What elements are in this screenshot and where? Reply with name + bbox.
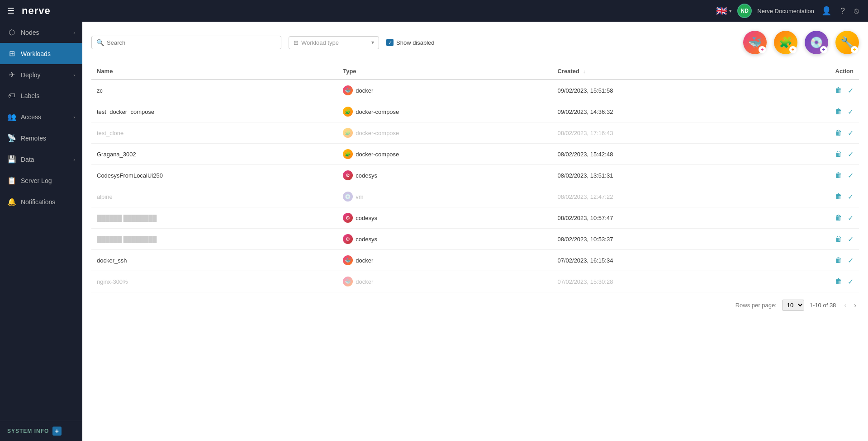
- next-page-button[interactable]: ›: [851, 300, 859, 310]
- language-selector[interactable]: 🇬🇧 ▾: [716, 5, 732, 16]
- sidebar-bottom: SYSTEM INFO +: [0, 421, 82, 441]
- cell-type: ⚙codesys: [337, 165, 552, 186]
- cell-action: 🗑 ✓: [765, 186, 859, 207]
- sidebar-item-labels[interactable]: 🏷 Labels: [0, 85, 82, 106]
- cell-type: ⚙codesys: [337, 207, 552, 229]
- cell-name: ██████ ████████: [91, 229, 337, 250]
- cell-name: ██████ ████████: [91, 207, 337, 229]
- system-info-plus-icon: +: [52, 427, 62, 436]
- deploy-button[interactable]: ✓: [848, 256, 854, 265]
- col-created[interactable]: Created ↓: [552, 63, 764, 80]
- logo-text: nerve: [22, 5, 51, 17]
- delete-button[interactable]: 🗑: [835, 192, 842, 201]
- sidebar-item-remotes[interactable]: 📡 Remotes: [0, 127, 82, 149]
- plus-badge: +: [789, 46, 797, 53]
- deploy-button[interactable]: ✓: [848, 214, 854, 222]
- remotes-icon: 📡: [7, 134, 16, 142]
- sidebar-item-workloads[interactable]: ⊞ Workloads: [0, 43, 82, 64]
- prev-page-button[interactable]: ‹: [841, 300, 849, 310]
- deploy-button[interactable]: ✓: [848, 108, 854, 116]
- cell-created: 07/02/2023, 15:30:28: [552, 271, 764, 292]
- sidebar-item-data[interactable]: 💾 Data ›: [0, 149, 82, 170]
- table-row: alpine💿vm08/02/2023, 12:47:22 🗑 ✓: [91, 186, 859, 207]
- cell-type: 🧩docker-compose: [337, 144, 552, 165]
- nodes-icon: ⬡: [7, 28, 16, 37]
- delete-button[interactable]: 🗑: [835, 86, 842, 94]
- rows-per-page-select[interactable]: 10 5 25 50: [782, 300, 804, 311]
- sidebar-item-nodes[interactable]: ⬡ Nodes ›: [0, 22, 82, 43]
- add-vm-button[interactable]: 💿 +: [805, 31, 828, 54]
- logout-icon[interactable]: ⎋: [852, 5, 861, 18]
- filter-icon: ⊞: [294, 39, 299, 46]
- chevron-down-icon: ▾: [371, 39, 374, 46]
- deploy-button[interactable]: ✓: [848, 150, 854, 159]
- deploy-button[interactable]: ✓: [848, 129, 854, 137]
- sidebar: ⬡ Nodes › ⊞ Workloads ✈ Deploy › 🏷 Label…: [0, 22, 82, 441]
- cell-action: 🗑 ✓: [765, 144, 859, 165]
- show-disabled-toggle[interactable]: ✓ Show disabled: [386, 39, 435, 46]
- cell-action: 🗑 ✓: [765, 165, 859, 186]
- sidebar-item-label: Access: [21, 113, 41, 121]
- search-box[interactable]: 🔍: [91, 36, 281, 49]
- workload-type-filter[interactable]: ⊞ Workload type ▾: [289, 36, 379, 49]
- system-info-button[interactable]: SYSTEM INFO +: [7, 427, 75, 436]
- col-name: Name: [91, 63, 337, 80]
- cell-name: CodesysFromLocalUi250: [91, 165, 337, 186]
- sidebar-item-notifications[interactable]: 🔔 Notifications: [0, 191, 82, 212]
- type-dot-icon: 🐳: [343, 277, 353, 286]
- add-compose-button[interactable]: 🧩 +: [774, 31, 797, 54]
- cell-action: 🗑 ✓: [765, 122, 859, 144]
- cell-created: 08/02/2023, 15:42:48: [552, 144, 764, 165]
- delete-button[interactable]: 🗑: [835, 277, 842, 286]
- show-disabled-checkbox[interactable]: ✓: [386, 39, 394, 46]
- delete-button[interactable]: 🗑: [835, 150, 842, 158]
- sidebar-item-access[interactable]: 👥 Access ›: [0, 106, 82, 127]
- table-row: Gragana_3002🧩docker-compose08/02/2023, 1…: [91, 144, 859, 165]
- hamburger-icon[interactable]: ☰: [7, 6, 14, 16]
- cell-type: 💿vm: [337, 186, 552, 207]
- username-label: Nerve Documentation: [757, 8, 814, 14]
- sidebar-item-deploy[interactable]: ✈ Deploy ›: [0, 64, 82, 85]
- search-icon: 🔍: [96, 39, 104, 46]
- deploy-button[interactable]: ✓: [848, 277, 854, 286]
- cell-created: 08/02/2023, 10:53:37: [552, 229, 764, 250]
- pagination-range: 1-10 of 38: [810, 302, 836, 309]
- deploy-button[interactable]: ✓: [848, 192, 854, 201]
- search-input[interactable]: [107, 39, 276, 46]
- rows-per-page-label: Rows per page:: [735, 302, 777, 309]
- avatar: ND: [737, 4, 752, 18]
- col-type: Type: [337, 63, 552, 80]
- chevron-right-icon: ›: [73, 114, 75, 120]
- add-docker-button[interactable]: 🐳 +: [743, 31, 767, 54]
- sidebar-item-label: Data: [21, 156, 34, 163]
- type-dot-icon: 🧩: [343, 149, 353, 159]
- cell-type: 🐳docker: [337, 250, 552, 271]
- sidebar-item-label: Remotes: [21, 135, 46, 142]
- delete-button[interactable]: 🗑: [835, 108, 842, 116]
- serverlog-icon: 📋: [7, 176, 16, 185]
- add-codesys-button[interactable]: 🔧 +: [835, 31, 859, 54]
- cell-type: 🧩docker-compose: [337, 101, 552, 122]
- deploy-button[interactable]: ✓: [848, 86, 854, 95]
- chevron-down-icon: ▾: [729, 8, 732, 14]
- delete-button[interactable]: 🗑: [835, 235, 842, 243]
- pagination: Rows per page: 10 5 25 50 1-10 of 38 ‹ ›: [91, 300, 859, 311]
- table-row: ██████ ████████⚙codesys08/02/2023, 10:57…: [91, 207, 859, 229]
- type-label: codesys: [356, 172, 377, 179]
- type-label: codesys: [356, 215, 377, 221]
- type-dot-icon: 🧩: [343, 128, 353, 138]
- cell-created: 07/02/2023, 16:15:34: [552, 250, 764, 271]
- delete-button[interactable]: 🗑: [835, 214, 842, 222]
- notifications-icon: 🔔: [7, 197, 16, 206]
- delete-button[interactable]: 🗑: [835, 129, 842, 137]
- sidebar-item-serverlog[interactable]: 📋 Server Log: [0, 170, 82, 191]
- delete-button[interactable]: 🗑: [835, 256, 842, 264]
- deploy-button[interactable]: ✓: [848, 171, 854, 180]
- system-info-label: SYSTEM INFO: [7, 428, 49, 434]
- deploy-button[interactable]: ✓: [848, 235, 854, 244]
- show-disabled-label: Show disabled: [396, 39, 435, 46]
- user-profile-icon[interactable]: 👤: [820, 4, 833, 18]
- cell-created: 08/02/2023, 10:57:47: [552, 207, 764, 229]
- delete-button[interactable]: 🗑: [835, 171, 842, 179]
- help-icon[interactable]: ?: [839, 5, 847, 18]
